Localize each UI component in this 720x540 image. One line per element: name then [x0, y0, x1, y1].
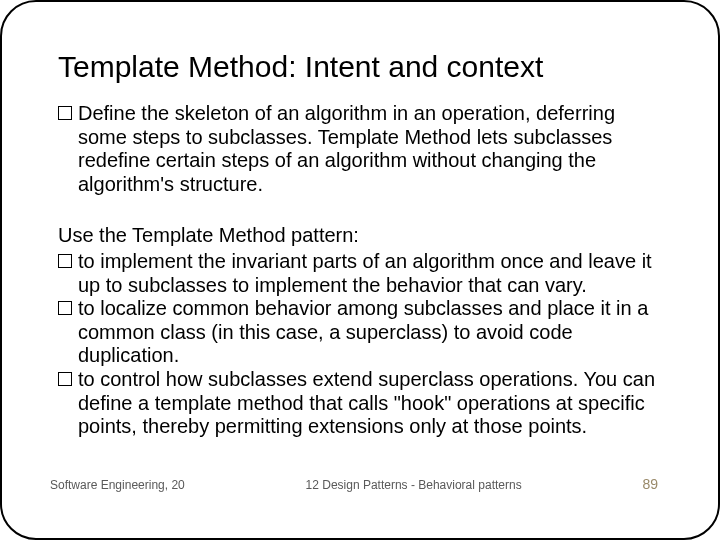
- intent-text: Define the skeleton of an algorithm in a…: [78, 102, 662, 196]
- intent-block: Define the skeleton of an algorithm in a…: [58, 102, 662, 196]
- bullet-box-icon: [58, 254, 72, 268]
- page-number: 89: [642, 476, 658, 492]
- bullet-box-icon: [58, 106, 72, 120]
- footer-left: Software Engineering, 20: [50, 478, 185, 492]
- footer: Software Engineering, 20 12 Design Patte…: [2, 476, 718, 492]
- use-text-0: to implement the invariant parts of an a…: [78, 250, 662, 297]
- bullet-box-icon: [58, 301, 72, 315]
- bullet-use-0: to implement the invariant parts of an a…: [58, 250, 662, 297]
- footer-center: 12 Design Patterns - Behavioral patterns: [306, 478, 522, 492]
- slide: Template Method: Intent and context Defi…: [0, 0, 720, 540]
- use-lead: Use the Template Method pattern:: [58, 224, 662, 248]
- use-text-2: to control how subclasses extend supercl…: [78, 368, 662, 439]
- bullet-use-2: to control how subclasses extend supercl…: [58, 368, 662, 439]
- bullet-box-icon: [58, 372, 72, 386]
- bullet-intent: Define the skeleton of an algorithm in a…: [58, 102, 662, 196]
- use-text-1: to localize common behavior among subcla…: [78, 297, 662, 368]
- slide-title: Template Method: Intent and context: [58, 50, 662, 84]
- bullet-use-1: to localize common behavior among subcla…: [58, 297, 662, 368]
- slide-body: Define the skeleton of an algorithm in a…: [58, 102, 662, 439]
